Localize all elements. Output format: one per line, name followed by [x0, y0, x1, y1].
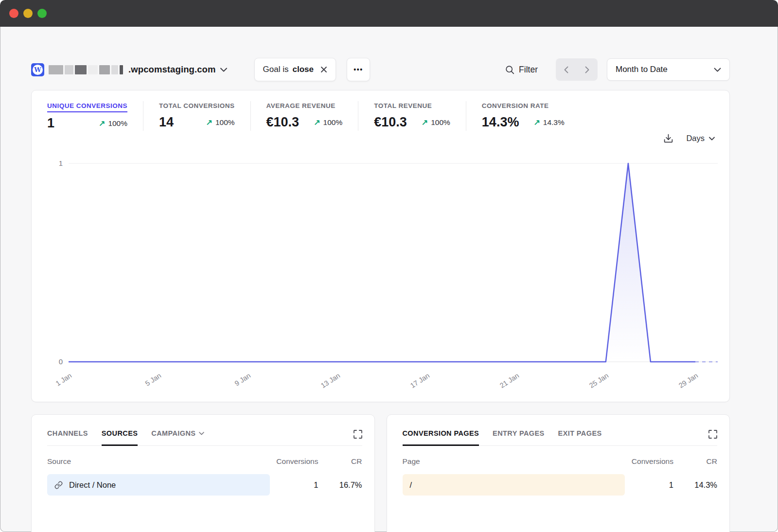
window-titlebar: [0, 0, 778, 27]
toolbar: W .wpcomstaging.com Goal is close •••: [31, 58, 730, 81]
site-selector[interactable]: W .wpcomstaging.com: [31, 63, 227, 76]
metric-value: €10.3: [374, 115, 407, 130]
dashboard-content: W .wpcomstaging.com Goal is close •••: [0, 27, 778, 532]
metric-label: AVERAGE REVENUE: [266, 102, 336, 111]
pages-table-header: Page Conversions CR: [403, 457, 718, 466]
source-cr: 16.7%: [318, 480, 362, 490]
sources-table-header: Source Conversions CR: [47, 457, 362, 466]
download-icon[interactable]: [663, 133, 673, 143]
table-row: / 1 14.3%: [403, 474, 718, 496]
metric-total-revenue[interactable]: TOTAL REVENUE €10.3 ↗100%: [358, 101, 466, 131]
metric-value: 14: [159, 115, 174, 130]
metric-value: €10.3: [266, 115, 300, 130]
series-line: [69, 163, 695, 362]
trend-up-icon: ↗: [533, 118, 540, 127]
close-window-button[interactable]: [9, 9, 18, 18]
column-page: Page: [403, 457, 625, 466]
pages-panel-tabs: CONVERSION PAGES ENTRY PAGES EXIT PAGES: [403, 429, 718, 446]
trend-up-icon: ↗: [422, 118, 428, 127]
metric-summary-row: UNIQUE CONVERSIONS 1 ↗100% TOTAL CONVERS…: [47, 101, 714, 131]
tab-conversion-pages[interactable]: CONVERSION PAGES: [403, 429, 479, 446]
column-conversions: Conversions: [270, 457, 318, 466]
conversions-chart-card: UNIQUE CONVERSIONS 1 ↗100% TOTAL CONVERS…: [31, 90, 730, 402]
goal-filter-prefix: Goal is: [263, 65, 289, 74]
interval-select[interactable]: Days: [686, 134, 715, 143]
toolbar-right: Filter Month to Date: [505, 58, 730, 81]
close-icon[interactable]: [320, 66, 327, 73]
chart-tools: Days: [663, 133, 715, 143]
tab-campaigns[interactable]: CAMPAIGNS: [151, 429, 204, 446]
page-name: /: [410, 480, 412, 490]
column-source: Source: [47, 457, 270, 466]
tab-channels[interactable]: CHANNELS: [47, 429, 88, 446]
chevron-down-icon: [714, 68, 721, 72]
date-pager: [556, 58, 598, 81]
minimize-window-button[interactable]: [23, 9, 33, 18]
metric-conversion-rate[interactable]: CONVERSION RATE 14.3% ↗14.3%: [466, 101, 580, 131]
tab-sources[interactable]: SOURCES: [102, 429, 138, 446]
column-conversions: Conversions: [625, 457, 673, 466]
metric-label: TOTAL REVENUE: [374, 102, 432, 111]
metric-value: 14.3%: [482, 115, 519, 130]
chart-x-axis: 1 Jan5 Jan9 Jan13 Jan17 Jan21 Jan25 Jan2…: [69, 364, 718, 394]
page-conversions: 1: [625, 480, 673, 490]
trend-up-icon: ↗: [206, 118, 212, 127]
filter-label: Filter: [519, 65, 538, 75]
x-tick-label: 5 Jan: [143, 372, 162, 388]
column-cr: CR: [318, 457, 362, 466]
goal-filter-value: close: [292, 65, 313, 74]
metric-label: UNIQUE CONVERSIONS: [47, 102, 127, 112]
source-row-direct-none[interactable]: Direct / None: [47, 474, 270, 496]
chart-svg[interactable]: [69, 161, 718, 364]
date-range-value: Month to Date: [616, 65, 668, 74]
series-area-fill: [69, 163, 695, 362]
date-range-select[interactable]: Month to Date: [607, 58, 730, 81]
metric-value: 1: [47, 116, 54, 131]
app-window: W .wpcomstaging.com Goal is close •••: [0, 0, 778, 532]
chevron-down-icon: [220, 68, 227, 72]
goal-filter-chip[interactable]: Goal is close: [254, 58, 336, 81]
expand-icon[interactable]: [708, 430, 717, 445]
x-tick-label: 21 Jan: [498, 372, 520, 390]
metric-unique-conversions[interactable]: UNIQUE CONVERSIONS 1 ↗100%: [47, 101, 143, 131]
page-cr: 14.3%: [673, 480, 717, 490]
x-tick-label: 29 Jan: [677, 372, 699, 390]
wordpress-icon: W: [31, 63, 44, 76]
chart-y-axis: 01: [47, 161, 65, 364]
metric-average-revenue[interactable]: AVERAGE REVENUE €10.3 ↗100%: [250, 101, 358, 131]
source-name: Direct / None: [69, 480, 116, 490]
conversions-chart[interactable]: 01: [47, 161, 718, 394]
chart-plot-area[interactable]: [69, 161, 718, 364]
previous-period-button[interactable]: [556, 58, 577, 81]
link-icon: [54, 481, 63, 489]
column-cr: CR: [673, 457, 717, 466]
interval-value: Days: [686, 134, 705, 143]
x-tick-label: 17 Jan: [409, 372, 431, 390]
sources-panel-tabs: CHANNELS SOURCES CAMPAIGNS: [47, 429, 362, 446]
tab-exit-pages[interactable]: EXIT PAGES: [558, 429, 602, 446]
search-icon: [505, 65, 514, 74]
redacted-site-name: [49, 65, 123, 74]
expand-icon[interactable]: [354, 430, 362, 445]
chevron-down-icon: [199, 432, 204, 435]
x-tick-label: 13 Jan: [319, 372, 341, 390]
more-options-button[interactable]: •••: [347, 58, 370, 81]
metric-change: ↗100%: [314, 118, 342, 127]
tab-entry-pages[interactable]: ENTRY PAGES: [493, 429, 544, 446]
x-tick-label: 25 Jan: [588, 372, 610, 390]
next-period-button[interactable]: [577, 58, 598, 81]
metric-label: TOTAL CONVERSIONS: [159, 102, 235, 111]
zoom-window-button[interactable]: [37, 9, 47, 18]
bottom-panels: CHANNELS SOURCES CAMPAIGNS Source Conver…: [31, 414, 730, 532]
filter-button[interactable]: Filter: [505, 65, 538, 75]
page-row-root[interactable]: /: [403, 474, 625, 496]
metric-total-conversions[interactable]: TOTAL CONVERSIONS 14 ↗100%: [143, 101, 250, 131]
trend-up-icon: ↗: [314, 118, 320, 127]
sources-panel: CHANNELS SOURCES CAMPAIGNS Source Conver…: [31, 414, 375, 532]
pages-panel: CONVERSION PAGES ENTRY PAGES EXIT PAGES …: [387, 414, 730, 532]
table-row: Direct / None 1 16.7%: [47, 474, 362, 496]
y-tick-label: 0: [59, 357, 63, 366]
metric-change: ↗100%: [99, 119, 127, 128]
trend-up-icon: ↗: [99, 119, 105, 128]
metric-label: CONVERSION RATE: [482, 102, 549, 111]
